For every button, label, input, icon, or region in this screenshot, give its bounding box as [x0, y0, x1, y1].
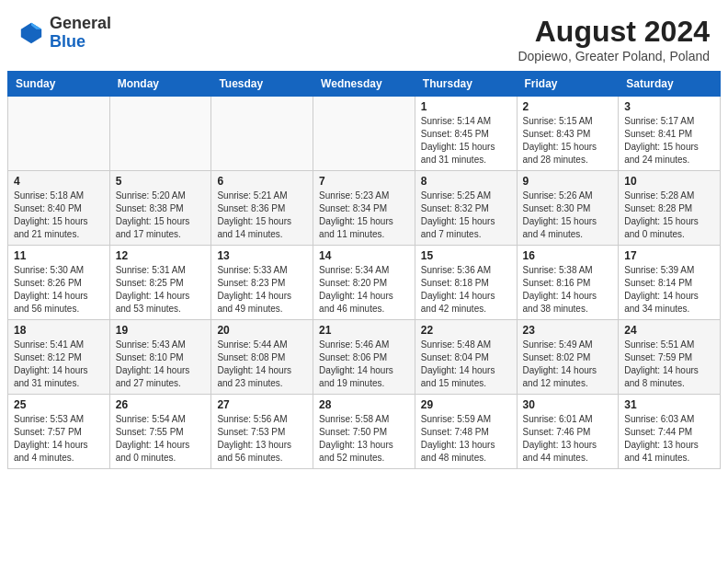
day-info: Sunrise: 5:30 AM Sunset: 8:26 PM Dayligh… [14, 264, 104, 316]
day-info: Sunrise: 5:17 AM Sunset: 8:41 PM Dayligh… [624, 115, 714, 167]
table-row: 18Sunrise: 5:41 AM Sunset: 8:12 PM Dayli… [8, 320, 110, 395]
day-number: 8 [421, 175, 511, 188]
table-row: 22Sunrise: 5:48 AM Sunset: 8:04 PM Dayli… [415, 320, 517, 395]
day-info: Sunrise: 5:31 AM Sunset: 8:25 PM Dayligh… [116, 264, 206, 316]
day-info: Sunrise: 5:54 AM Sunset: 7:55 PM Dayligh… [116, 413, 206, 465]
table-row: 28Sunrise: 5:58 AM Sunset: 7:50 PM Dayli… [313, 395, 415, 469]
table-row: 11Sunrise: 5:30 AM Sunset: 8:26 PM Dayli… [8, 246, 110, 320]
day-info: Sunrise: 5:25 AM Sunset: 8:32 PM Dayligh… [421, 190, 511, 241]
table-row: 24Sunrise: 5:51 AM Sunset: 7:59 PM Dayli… [619, 320, 721, 395]
header-row: Sunday Monday Tuesday Wednesday Thursday… [8, 72, 721, 97]
day-info: Sunrise: 5:33 AM Sunset: 8:23 PM Dayligh… [217, 264, 307, 316]
table-row: 7Sunrise: 5:23 AM Sunset: 8:34 PM Daylig… [313, 171, 415, 246]
table-row: 15Sunrise: 5:36 AM Sunset: 8:18 PM Dayli… [415, 246, 517, 320]
col-saturday: Saturday [619, 72, 721, 97]
table-row [211, 97, 313, 171]
calendar-row: 4Sunrise: 5:18 AM Sunset: 8:40 PM Daylig… [8, 171, 721, 246]
day-info: Sunrise: 5:51 AM Sunset: 7:59 PM Dayligh… [624, 339, 714, 390]
col-wednesday: Wednesday [313, 72, 415, 97]
table-row: 20Sunrise: 5:44 AM Sunset: 8:08 PM Dayli… [211, 320, 313, 395]
table-row: 1Sunrise: 5:14 AM Sunset: 8:45 PM Daylig… [415, 97, 517, 171]
table-row: 29Sunrise: 5:59 AM Sunset: 7:48 PM Dayli… [415, 395, 517, 469]
day-info: Sunrise: 5:21 AM Sunset: 8:36 PM Dayligh… [217, 190, 307, 241]
day-info: Sunrise: 5:49 AM Sunset: 8:02 PM Dayligh… [523, 339, 613, 390]
table-row: 21Sunrise: 5:46 AM Sunset: 8:06 PM Dayli… [313, 320, 415, 395]
day-info: Sunrise: 5:15 AM Sunset: 8:43 PM Dayligh… [523, 115, 613, 167]
table-row: 9Sunrise: 5:26 AM Sunset: 8:30 PM Daylig… [517, 171, 619, 246]
calendar-row: 11Sunrise: 5:30 AM Sunset: 8:26 PM Dayli… [8, 246, 721, 320]
day-info: Sunrise: 5:48 AM Sunset: 8:04 PM Dayligh… [421, 339, 511, 390]
day-info: Sunrise: 5:18 AM Sunset: 8:40 PM Dayligh… [14, 190, 104, 241]
day-info: Sunrise: 5:53 AM Sunset: 7:57 PM Dayligh… [14, 413, 104, 465]
day-info: Sunrise: 5:14 AM Sunset: 8:45 PM Dayligh… [421, 115, 511, 167]
day-info: Sunrise: 5:59 AM Sunset: 7:48 PM Dayligh… [421, 413, 511, 465]
col-tuesday: Tuesday [211, 72, 313, 97]
day-info: Sunrise: 6:01 AM Sunset: 7:46 PM Dayligh… [523, 413, 613, 465]
day-number: 31 [624, 398, 714, 411]
col-sunday: Sunday [8, 72, 110, 97]
table-row: 3Sunrise: 5:17 AM Sunset: 8:41 PM Daylig… [619, 97, 721, 171]
day-number: 12 [116, 249, 206, 262]
calendar-body: 1Sunrise: 5:14 AM Sunset: 8:45 PM Daylig… [8, 97, 721, 469]
col-monday: Monday [109, 72, 211, 97]
calendar-row: 18Sunrise: 5:41 AM Sunset: 8:12 PM Dayli… [8, 320, 721, 395]
day-number: 10 [624, 175, 714, 188]
day-number: 22 [421, 324, 511, 337]
table-row: 26Sunrise: 5:54 AM Sunset: 7:55 PM Dayli… [109, 395, 211, 469]
table-row: 12Sunrise: 5:31 AM Sunset: 8:25 PM Dayli… [109, 246, 211, 320]
day-number: 24 [624, 324, 714, 337]
day-number: 28 [319, 398, 409, 411]
day-number: 19 [116, 324, 206, 337]
day-info: Sunrise: 5:36 AM Sunset: 8:18 PM Dayligh… [421, 264, 511, 316]
day-info: Sunrise: 5:20 AM Sunset: 8:38 PM Dayligh… [116, 190, 206, 241]
day-number: 13 [217, 249, 307, 262]
day-number: 29 [421, 398, 511, 411]
day-number: 7 [319, 175, 409, 188]
day-number: 2 [523, 100, 613, 113]
day-info: Sunrise: 5:23 AM Sunset: 8:34 PM Dayligh… [319, 190, 409, 241]
day-info: Sunrise: 5:58 AM Sunset: 7:50 PM Dayligh… [319, 413, 409, 465]
table-row: 23Sunrise: 5:49 AM Sunset: 8:02 PM Dayli… [517, 320, 619, 395]
day-number: 16 [523, 249, 613, 262]
table-row: 19Sunrise: 5:43 AM Sunset: 8:10 PM Dayli… [109, 320, 211, 395]
table-row: 14Sunrise: 5:34 AM Sunset: 8:20 PM Dayli… [313, 246, 415, 320]
day-number: 30 [523, 398, 613, 411]
table-row: 16Sunrise: 5:38 AM Sunset: 8:16 PM Dayli… [517, 246, 619, 320]
day-number: 25 [14, 398, 104, 411]
day-number: 11 [14, 249, 104, 262]
day-info: Sunrise: 5:38 AM Sunset: 8:16 PM Dayligh… [523, 264, 613, 316]
day-info: Sunrise: 6:03 AM Sunset: 7:44 PM Dayligh… [624, 413, 714, 465]
day-info: Sunrise: 5:44 AM Sunset: 8:08 PM Dayligh… [217, 339, 307, 390]
day-number: 17 [624, 249, 714, 262]
table-row: 4Sunrise: 5:18 AM Sunset: 8:40 PM Daylig… [8, 171, 110, 246]
table-row: 2Sunrise: 5:15 AM Sunset: 8:43 PM Daylig… [517, 97, 619, 171]
day-number: 3 [624, 100, 714, 113]
day-number: 23 [523, 324, 613, 337]
table-row: 8Sunrise: 5:25 AM Sunset: 8:32 PM Daylig… [415, 171, 517, 246]
col-friday: Friday [517, 72, 619, 97]
month-year: August 2024 [518, 15, 710, 49]
header: General Blue August 2024 Dopiewo, Greate… [0, 0, 728, 71]
table-row [313, 97, 415, 171]
col-thursday: Thursday [415, 72, 517, 97]
day-number: 1 [421, 100, 511, 113]
location: Dopiewo, Greater Poland, Poland [518, 49, 710, 63]
day-number: 14 [319, 249, 409, 262]
calendar-row: 1Sunrise: 5:14 AM Sunset: 8:45 PM Daylig… [8, 97, 721, 171]
table-row: 6Sunrise: 5:21 AM Sunset: 8:36 PM Daylig… [211, 171, 313, 246]
table-row: 5Sunrise: 5:20 AM Sunset: 8:38 PM Daylig… [109, 171, 211, 246]
table-row [8, 97, 110, 171]
calendar-wrapper: Sunday Monday Tuesday Wednesday Thursday… [0, 71, 728, 486]
table-row: 10Sunrise: 5:28 AM Sunset: 8:28 PM Dayli… [619, 171, 721, 246]
day-number: 27 [217, 398, 307, 411]
day-info: Sunrise: 5:46 AM Sunset: 8:06 PM Dayligh… [319, 339, 409, 390]
day-number: 4 [14, 175, 104, 188]
logo-blue-text: Blue [50, 32, 85, 51]
title-block: August 2024 Dopiewo, Greater Poland, Pol… [518, 15, 710, 63]
table-row [109, 97, 211, 171]
table-row: 27Sunrise: 5:56 AM Sunset: 7:53 PM Dayli… [211, 395, 313, 469]
table-row: 30Sunrise: 6:01 AM Sunset: 7:46 PM Dayli… [517, 395, 619, 469]
table-row: 25Sunrise: 5:53 AM Sunset: 7:57 PM Dayli… [8, 395, 110, 469]
day-info: Sunrise: 5:41 AM Sunset: 8:12 PM Dayligh… [14, 339, 104, 390]
calendar-row: 25Sunrise: 5:53 AM Sunset: 7:57 PM Dayli… [8, 395, 721, 469]
